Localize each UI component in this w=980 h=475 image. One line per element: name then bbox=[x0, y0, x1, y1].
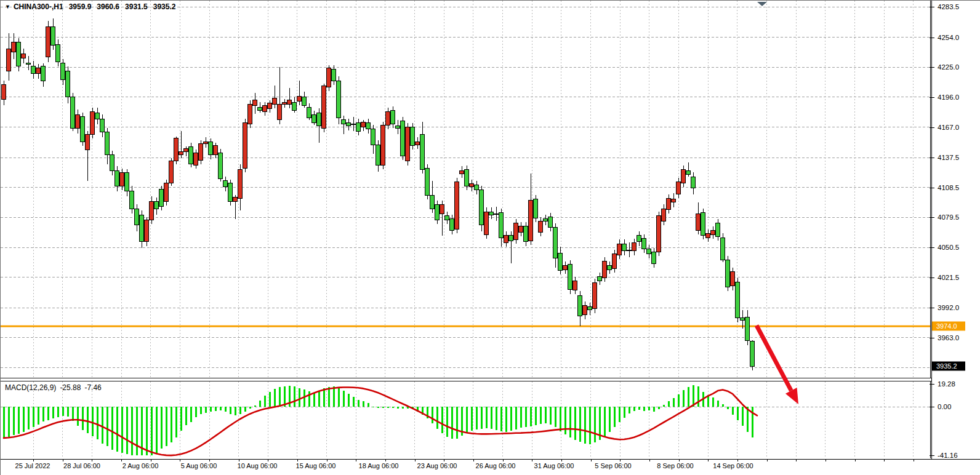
candle-body bbox=[553, 227, 558, 258]
macd-bar bbox=[673, 398, 675, 407]
chart-window: 4283.54254.04225.04196.04167.04137.54108… bbox=[0, 0, 980, 475]
macd-histogram-layer bbox=[3, 385, 753, 455]
candle-body bbox=[278, 105, 282, 120]
macd-bar bbox=[121, 407, 123, 453]
price-axis[interactable]: 4283.54254.04225.04196.04167.04137.54108… bbox=[931, 1, 980, 459]
ohlc-close: 3935.2 bbox=[153, 2, 176, 11]
price-axis-label: 4079.5 bbox=[938, 214, 959, 221]
macd-indicator-panel[interactable] bbox=[1, 381, 931, 459]
candle-body bbox=[209, 142, 213, 155]
macd-bar bbox=[377, 407, 379, 408]
candle-body bbox=[307, 108, 311, 118]
candle-body bbox=[711, 230, 715, 234]
candle-body bbox=[499, 213, 504, 238]
candle-body bbox=[652, 252, 656, 264]
macd-bar bbox=[338, 388, 340, 407]
candle-body bbox=[56, 44, 60, 62]
macd-bar bbox=[102, 407, 103, 444]
macd-bar bbox=[239, 407, 241, 414]
candle-body bbox=[480, 190, 484, 225]
candle-body bbox=[519, 226, 523, 233]
time-tick bbox=[796, 459, 797, 461]
macd-bar bbox=[294, 386, 295, 407]
scroll-to-end-marker-icon[interactable] bbox=[757, 2, 767, 6]
macd-bar bbox=[737, 407, 739, 420]
macd-bar bbox=[589, 407, 591, 444]
candle-body bbox=[736, 282, 740, 318]
macd-tick bbox=[930, 455, 934, 456]
macd-bar bbox=[569, 407, 571, 437]
macd-bar bbox=[8, 407, 10, 437]
macd-bar bbox=[367, 403, 369, 407]
macd-bar bbox=[318, 391, 320, 407]
candle-body bbox=[617, 244, 622, 255]
macd-bar bbox=[358, 400, 359, 407]
macd-value: -25.88 bbox=[60, 383, 81, 392]
candle-body bbox=[568, 265, 572, 289]
macd-bar bbox=[436, 407, 438, 429]
macd-bar bbox=[491, 407, 492, 429]
macd-bar bbox=[323, 388, 325, 407]
macd-bar bbox=[574, 407, 576, 440]
price-tick bbox=[930, 277, 934, 278]
candle-body bbox=[150, 201, 154, 220]
macd-bar bbox=[269, 392, 271, 407]
candle-body bbox=[396, 126, 400, 128]
grid-layer bbox=[1, 1, 931, 378]
main-price-panel[interactable] bbox=[1, 1, 931, 378]
time-tick bbox=[620, 459, 621, 461]
macd-bar bbox=[688, 387, 689, 407]
macd-bar bbox=[594, 407, 596, 442]
time-axis-label: 5 Aug 06:00 bbox=[181, 462, 217, 469]
candle-body bbox=[140, 215, 144, 242]
candle-body bbox=[608, 265, 612, 269]
chart-title: ▼ CHINA300-,H1 3959.9 3960.6 3931.5 3935… bbox=[5, 2, 175, 11]
macd-bar bbox=[299, 388, 300, 407]
macd-bar bbox=[604, 407, 606, 436]
candle-body bbox=[544, 219, 548, 221]
price-axis-label: 4254.0 bbox=[938, 34, 959, 41]
macd-bar bbox=[353, 397, 355, 407]
candle-body bbox=[12, 42, 16, 52]
macd-bar bbox=[727, 407, 729, 409]
candle-body bbox=[31, 66, 36, 74]
time-tick bbox=[33, 459, 34, 461]
macd-bar bbox=[535, 407, 537, 425]
candle-body bbox=[130, 191, 134, 209]
ohlc-high: 3960.6 bbox=[97, 2, 119, 11]
macd-bar bbox=[171, 407, 172, 442]
macd-bar bbox=[235, 407, 236, 415]
price-axis-label: 4196.0 bbox=[938, 94, 959, 101]
macd-bar bbox=[33, 407, 34, 427]
time-axis-label: 5 Sep 06:00 bbox=[595, 462, 631, 469]
time-tick bbox=[356, 459, 356, 461]
macd-bar bbox=[722, 404, 724, 407]
time-tick bbox=[268, 459, 268, 461]
candle-body bbox=[706, 233, 710, 238]
macd-bar bbox=[210, 407, 212, 412]
candle-body bbox=[435, 204, 440, 220]
time-axis[interactable]: 25 Jul 202228 Jul 06:002 Aug 06:005 Aug … bbox=[1, 459, 980, 475]
candle-body bbox=[22, 54, 26, 58]
macd-bar bbox=[560, 407, 561, 431]
candle-body bbox=[696, 214, 701, 230]
candle-body bbox=[214, 146, 218, 155]
candle-body bbox=[563, 265, 568, 269]
candle-body bbox=[194, 153, 198, 165]
macd-bar bbox=[456, 407, 458, 439]
time-tick bbox=[855, 459, 856, 461]
time-tick bbox=[327, 459, 327, 461]
macd-bar bbox=[18, 407, 20, 434]
price-axis-label: 4225.0 bbox=[938, 63, 959, 71]
macd-bar bbox=[13, 407, 15, 435]
candle-body bbox=[26, 63, 31, 65]
time-tick bbox=[708, 459, 709, 461]
time-tick bbox=[297, 459, 298, 461]
macd-bar bbox=[249, 407, 251, 409]
macd-bar bbox=[343, 391, 345, 407]
symbol-dropdown-icon[interactable]: ▼ bbox=[5, 4, 10, 10]
time-tick bbox=[914, 459, 914, 461]
candle-body bbox=[317, 113, 321, 126]
time-tick bbox=[503, 459, 504, 461]
macd-bar bbox=[205, 407, 207, 413]
